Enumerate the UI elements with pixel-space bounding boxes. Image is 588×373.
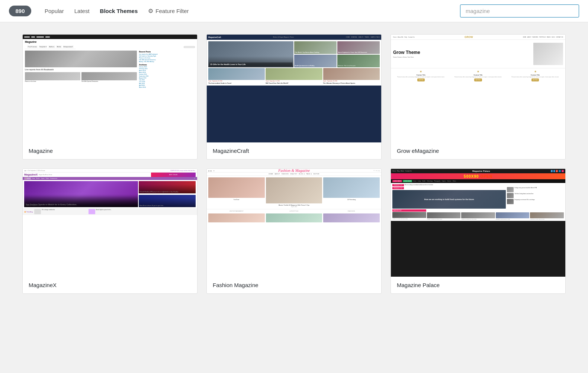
theme-preview-grow: HomeAbout MeHelpContact Us GROW HOMEABOU…	[391, 35, 565, 142]
theme-preview-magazine: Magazine Post FormatsTemplate ▾AuthorsMe…	[23, 35, 197, 142]
theme-preview-magazinex: ◀ ▶ ✕ Clive September 1, 2020 in Europe …	[23, 169, 197, 277]
gear-icon: ⚙	[148, 7, 153, 15]
nav-latest[interactable]: Latest	[70, 6, 94, 16]
theme-name-palace: Magazine Palace	[391, 277, 565, 293]
theme-card-magazinex[interactable]: ◀ ▶ ✕ Clive September 1, 2020 in Europe …	[22, 168, 197, 294]
theme-name-fashion: Fashion Magazine	[207, 277, 381, 293]
top-bar: 890 Popular Latest Block Themes ⚙ Featur…	[0, 0, 588, 22]
theme-card-fashion[interactable]: ◀▶✕ Fashion & Magazine ftinpy HOMEABOUTF…	[206, 168, 382, 294]
theme-preview-palace: HomeBlogAboutContact Us Magazine Palace …	[391, 169, 565, 277]
themes-grid: Magazine Post FormatsTemplate ▾AuthorsMe…	[0, 22, 588, 306]
theme-card-magazine[interactable]: Magazine Post FormatsTemplate ▾AuthorsMe…	[22, 34, 197, 160]
theme-count-badge: 890	[9, 6, 31, 16]
theme-name-magazine: Magazine	[23, 142, 197, 159]
nav-popular[interactable]: Popular	[40, 6, 68, 16]
search-input[interactable]	[460, 4, 579, 17]
theme-name-magazinecraft: MagazineCraft	[207, 142, 381, 159]
theme-name-magazinex: MagazineX	[23, 277, 197, 293]
theme-card-palace[interactable]: HomeBlogAboutContact Us Magazine Palace …	[391, 168, 566, 294]
nav-links: Popular Latest Block Themes ⚙ Feature Fi…	[40, 5, 451, 17]
nav-block-themes[interactable]: Block Themes	[96, 6, 142, 16]
theme-preview-fashion: ◀▶✕ Fashion & Magazine ftinpy HOMEABOUTF…	[207, 169, 381, 277]
theme-card-grow[interactable]: HomeAbout MeHelpContact Us GROW HOMEABOU…	[391, 34, 566, 160]
nav-feature-filter[interactable]: ⚙ Feature Filter	[144, 5, 193, 17]
theme-card-magazinecraft[interactable]: MagazineCraft Modern & Elegant Magazine …	[206, 34, 382, 160]
theme-name-grow: Grow eMagazine	[391, 142, 565, 159]
theme-preview-magazinecraft: MagazineCraft Modern & Elegant Magazine …	[207, 35, 381, 142]
